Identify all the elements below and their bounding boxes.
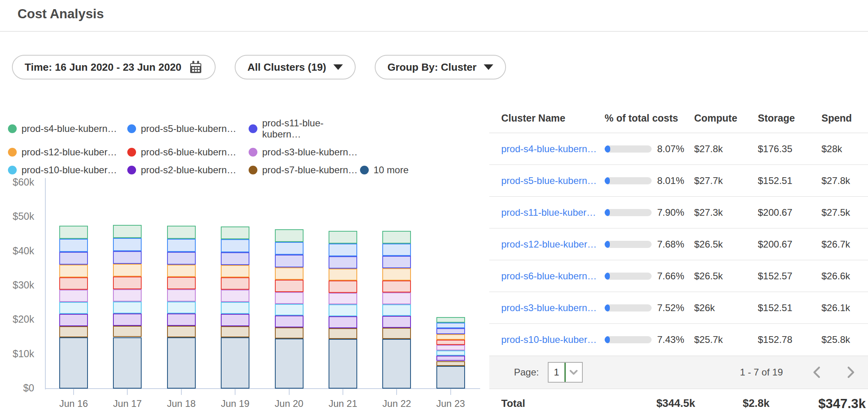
bar-segment[interactable] xyxy=(275,292,304,304)
bar-segment[interactable] xyxy=(382,231,411,244)
bar-segment[interactable] xyxy=(436,317,465,323)
bar-segment[interactable] xyxy=(329,281,357,292)
next-page-button[interactable] xyxy=(842,365,859,380)
bar-segment[interactable] xyxy=(113,251,142,264)
cluster-name-link[interactable]: prod-s6-blue-kubern… xyxy=(501,271,605,282)
bar-segment[interactable] xyxy=(167,337,196,389)
bar-segment[interactable] xyxy=(329,339,357,389)
cluster-name-link[interactable]: prod-s12-blue-kuber… xyxy=(501,239,605,250)
bar-segment[interactable] xyxy=(167,302,196,314)
bar-segment[interactable] xyxy=(167,289,196,302)
bar-segment[interactable] xyxy=(113,277,142,289)
bar-segment[interactable] xyxy=(329,269,357,281)
legend-item[interactable]: prod-s6-blue-kubern… xyxy=(127,147,249,158)
bar-segment[interactable] xyxy=(221,277,249,290)
bar-segment[interactable] xyxy=(275,242,304,255)
bar-segment[interactable] xyxy=(221,265,249,278)
bar-segment[interactable] xyxy=(59,226,88,239)
bar-segment[interactable] xyxy=(329,328,357,339)
bar-segment[interactable] xyxy=(275,267,304,280)
bar-segment[interactable] xyxy=(275,229,304,242)
legend-item[interactable]: prod-s10-blue-kuber… xyxy=(8,164,127,176)
cluster-name-link[interactable]: prod-s11-blue-kuber… xyxy=(501,207,605,218)
bar-segment[interactable] xyxy=(436,328,465,334)
bar-segment[interactable] xyxy=(436,334,465,340)
bar-segment[interactable] xyxy=(59,302,88,314)
legend-item[interactable]: prod-s11-blue-kubern… xyxy=(249,118,360,140)
bar-segment[interactable] xyxy=(59,252,88,265)
clusters-filter[interactable]: All Clusters (19) xyxy=(235,55,356,79)
bar-segment[interactable] xyxy=(59,265,88,277)
bar-segment[interactable] xyxy=(329,316,357,328)
bar-segment[interactable] xyxy=(167,239,196,252)
bar-segment[interactable] xyxy=(382,292,411,304)
bar-segment[interactable] xyxy=(113,238,142,251)
bar-segment[interactable] xyxy=(167,252,196,265)
bar-segment[interactable] xyxy=(59,326,88,337)
legend-item[interactable]: prod-s12-blue-kuber… xyxy=(8,147,127,158)
legend-item[interactable]: 10 more xyxy=(360,164,409,176)
bar-segment[interactable] xyxy=(329,293,357,305)
bar-segment[interactable] xyxy=(329,256,357,269)
bar-segment[interactable] xyxy=(275,280,304,292)
bar-segment[interactable] xyxy=(221,302,249,314)
bar-segment[interactable] xyxy=(329,304,357,316)
cluster-name-link[interactable]: prod-s3-blue-kubern… xyxy=(501,302,605,314)
bar-segment[interactable] xyxy=(59,290,88,302)
bar-segment[interactable] xyxy=(113,337,142,389)
bar-segment[interactable] xyxy=(113,225,142,238)
bar-segment[interactable] xyxy=(113,289,142,302)
bar-segment[interactable] xyxy=(221,226,249,240)
bar-segment[interactable] xyxy=(329,244,357,256)
bar-segment[interactable] xyxy=(436,323,465,328)
bar-segment[interactable] xyxy=(59,337,88,389)
bar-segment[interactable] xyxy=(382,316,411,328)
cluster-name-link[interactable]: prod-s10-blue-kuber… xyxy=(501,334,605,345)
time-range-filter[interactable]: Time: 16 Jun 2020 - 23 Jun 2020 xyxy=(12,55,216,79)
bar-segment[interactable] xyxy=(382,268,411,281)
bar-segment[interactable] xyxy=(436,356,465,361)
bar-segment[interactable] xyxy=(167,326,196,337)
bar-segment[interactable] xyxy=(436,361,465,366)
bar-segment[interactable] xyxy=(382,304,411,316)
bar-segment[interactable] xyxy=(436,345,465,350)
bar-segment[interactable] xyxy=(59,239,88,252)
bar-segment[interactable] xyxy=(113,326,142,337)
bar-segment[interactable] xyxy=(59,277,88,290)
bar-segment[interactable] xyxy=(167,226,196,239)
bar-segment[interactable] xyxy=(167,265,196,277)
bar-segment[interactable] xyxy=(221,290,249,302)
cluster-name-link[interactable]: prod-s4-blue-kubern… xyxy=(501,143,605,155)
bar-segment[interactable] xyxy=(113,314,142,326)
bar-segment[interactable] xyxy=(436,366,465,389)
prev-page-button[interactable] xyxy=(808,365,826,380)
legend-item[interactable]: prod-s3-blue-kubern… xyxy=(249,147,360,158)
legend-item[interactable]: prod-s7-blue-kubern… xyxy=(249,164,360,176)
legend-item[interactable]: prod-s2-blue-kubern… xyxy=(127,164,249,176)
bar-segment[interactable] xyxy=(382,328,411,339)
page-select[interactable]: 1 xyxy=(548,362,583,383)
bar-segment[interactable] xyxy=(167,314,196,326)
bar-segment[interactable] xyxy=(113,264,142,277)
bar-segment[interactable] xyxy=(275,327,304,339)
bar-segment[interactable] xyxy=(221,252,249,265)
bar-segment[interactable] xyxy=(329,231,357,244)
bar-segment[interactable] xyxy=(221,239,249,252)
bar-segment[interactable] xyxy=(382,244,411,256)
bar-segment[interactable] xyxy=(275,339,304,389)
bar-segment[interactable] xyxy=(167,277,196,289)
bar-segment[interactable] xyxy=(59,314,88,326)
legend-item[interactable]: prod-s4-blue-kubern… xyxy=(8,118,127,140)
bar-segment[interactable] xyxy=(275,255,304,267)
bar-segment[interactable] xyxy=(382,281,411,292)
bar-segment[interactable] xyxy=(275,315,304,327)
bar-segment[interactable] xyxy=(221,326,249,337)
legend-item[interactable]: prod-s5-blue-kubern… xyxy=(127,118,249,140)
cluster-name-link[interactable]: prod-s5-blue-kubern… xyxy=(501,175,605,186)
bar-segment[interactable] xyxy=(436,340,465,345)
group-by-filter[interactable]: Group By: Cluster xyxy=(375,55,506,79)
bar-segment[interactable] xyxy=(221,314,249,326)
bar-segment[interactable] xyxy=(382,339,411,389)
bar-segment[interactable] xyxy=(436,350,465,356)
bar-segment[interactable] xyxy=(113,302,142,314)
